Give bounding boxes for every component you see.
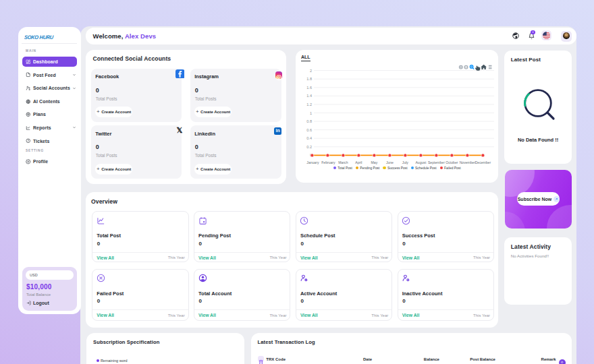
svg-text:April: April xyxy=(355,160,362,164)
svg-text:February: February xyxy=(321,160,335,164)
svg-text:2: 2 xyxy=(310,69,312,73)
svg-text:November: November xyxy=(460,160,476,164)
svg-text:August: August xyxy=(415,160,426,164)
svg-text:1.2: 1.2 xyxy=(306,102,312,107)
svg-text:July: July xyxy=(402,160,409,164)
svg-text:1: 1 xyxy=(310,111,312,115)
svg-text:October: October xyxy=(446,160,458,164)
svg-text:0.2: 0.2 xyxy=(306,145,312,149)
svg-text:1.4: 1.4 xyxy=(306,94,312,98)
svg-text:May: May xyxy=(371,160,378,164)
svg-text:March: March xyxy=(338,160,348,164)
svg-text:June: June xyxy=(386,160,394,164)
svg-text:0.6: 0.6 xyxy=(306,128,312,132)
svg-text:September: September xyxy=(428,160,445,164)
svg-text:1.6: 1.6 xyxy=(306,86,312,90)
svg-text:0.4: 0.4 xyxy=(306,136,312,140)
svg-text:December: December xyxy=(475,160,491,164)
svg-text:January: January xyxy=(306,160,319,164)
svg-text:0.8: 0.8 xyxy=(306,119,312,123)
svg-text:1.8: 1.8 xyxy=(306,77,312,81)
